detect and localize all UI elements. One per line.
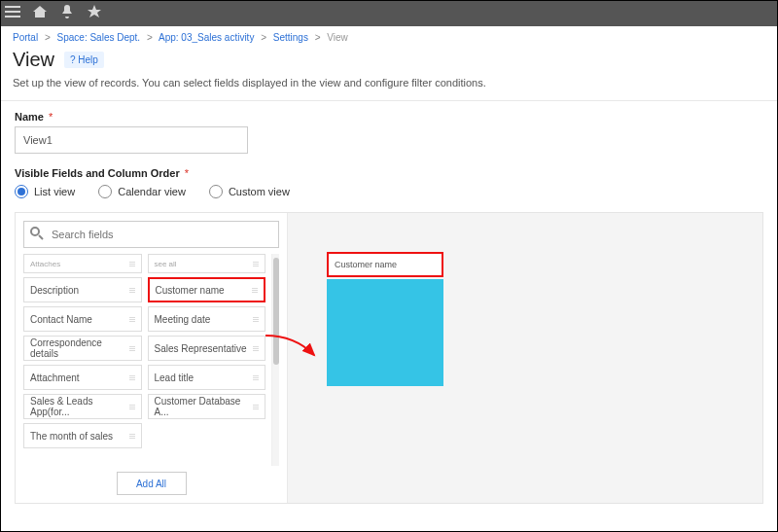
field-label: Lead title: [155, 372, 194, 383]
help-link[interactable]: ? Help: [64, 52, 104, 68]
grip-icon: [252, 288, 258, 293]
breadcrumb-item-0[interactable]: Portal: [13, 32, 38, 43]
source-col-left: Attaches Description Contact Name Corres…: [23, 254, 142, 466]
field-pill[interactable]: Sales Representative: [148, 336, 266, 361]
field-label: Attachment: [30, 372, 80, 383]
name-label: Name *: [15, 111, 763, 123]
hamburger-icon[interactable]: [5, 4, 20, 23]
visible-fields-section: Visible Fields and Column Order * List v…: [1, 158, 777, 202]
bell-icon[interactable]: [59, 4, 75, 23]
grip-icon: [129, 434, 135, 439]
field-label: Description: [30, 285, 79, 296]
home-icon[interactable]: [32, 4, 48, 23]
top-navbar: [1, 1, 777, 26]
grip-icon: [253, 405, 259, 409]
field-label: Sales Representative: [155, 343, 247, 354]
svg-point-3: [31, 228, 39, 235]
field-pill[interactable]: Attaches: [23, 254, 142, 273]
field-label: Customer name: [335, 260, 397, 269]
source-fields-list: Attaches Description Contact Name Corres…: [23, 254, 279, 466]
breadcrumb-item-3[interactable]: Settings: [273, 32, 308, 43]
grip-icon: [129, 375, 135, 380]
field-pill[interactable]: Lead title: [148, 365, 266, 390]
scrollbar-thumb[interactable]: [273, 258, 279, 365]
fields-panel: Attaches Description Contact Name Corres…: [15, 212, 763, 504]
field-label: Meeting date: [155, 314, 211, 325]
source-col-right: see all Customer name Meeting date Sales…: [148, 254, 266, 466]
search-wrap: [23, 221, 279, 248]
field-pill[interactable]: Attachment: [23, 365, 142, 390]
grip-icon: [129, 262, 135, 266]
field-label: Customer name: [156, 285, 225, 296]
scrollbar-track[interactable]: [271, 254, 279, 466]
add-all-button[interactable]: Add All: [117, 472, 187, 495]
field-pill-customer-name[interactable]: Customer name: [148, 277, 266, 302]
field-label: Sales & Leads App(for...: [30, 396, 129, 417]
grip-icon: [129, 288, 135, 293]
page-description: Set up the view of records. You can sele…: [1, 73, 777, 101]
radio-calendar-view[interactable]: Calendar view: [98, 185, 186, 198]
name-input[interactable]: [15, 126, 248, 154]
page-header: View ? Help: [1, 45, 777, 73]
radio-label: List view: [34, 186, 75, 197]
source-fields-column: Attaches Description Contact Name Corres…: [16, 213, 288, 503]
field-pill[interactable]: Sales & Leads App(for...: [23, 394, 142, 419]
name-section: Name *: [1, 101, 777, 158]
radio-dot-icon: [209, 185, 223, 198]
dropped-field-pill[interactable]: Customer name: [327, 252, 443, 277]
grip-icon: [129, 317, 135, 322]
field-pill[interactable]: Correspondence details: [23, 336, 142, 361]
breadcrumb-current: View: [327, 32, 348, 43]
svg-rect-2: [5, 16, 20, 18]
grip-icon: [253, 346, 259, 351]
svg-rect-0: [5, 6, 20, 8]
radio-custom-view[interactable]: Custom view: [209, 185, 290, 198]
breadcrumb-sep: >: [261, 32, 266, 43]
search-input[interactable]: [23, 221, 279, 248]
visible-fields-label: Visible Fields and Column Order *: [15, 167, 763, 179]
breadcrumb-item-2[interactable]: App: 03_Sales activity: [159, 32, 254, 43]
required-mark: *: [49, 111, 53, 123]
grip-icon: [253, 375, 259, 380]
field-label: Correspondence details: [30, 337, 129, 359]
field-label: Contact Name: [30, 314, 92, 325]
page-title: View: [13, 49, 54, 71]
field-label: The month of sales: [30, 431, 113, 442]
field-label: Attaches: [30, 260, 60, 268]
visible-fields-label-text: Visible Fields and Column Order: [15, 167, 180, 179]
required-mark: *: [185, 167, 189, 179]
star-icon[interactable]: [87, 4, 102, 23]
breadcrumb-sep: >: [315, 32, 321, 43]
field-label: Customer Database A...: [155, 396, 254, 417]
radio-dot-icon: [98, 185, 112, 198]
grip-icon: [129, 405, 135, 409]
field-pill[interactable]: Description: [23, 277, 142, 302]
grip-icon: [253, 317, 259, 322]
grip-icon: [253, 262, 259, 266]
view-type-radios: List view Calendar view Custom view: [15, 185, 763, 198]
field-pill[interactable]: The month of sales: [23, 423, 142, 448]
name-label-text: Name: [15, 111, 44, 123]
field-pill[interactable]: Meeting date: [148, 306, 266, 332]
breadcrumb-item-1[interactable]: Space: Sales Dept.: [57, 32, 141, 43]
breadcrumb: Portal > Space: Sales Dept. > App: 03_Sa…: [1, 26, 777, 45]
radio-label: Custom view: [229, 186, 290, 197]
field-pill[interactable]: Contact Name: [23, 306, 142, 332]
field-label: see all: [155, 260, 177, 268]
radio-list-view[interactable]: List view: [15, 185, 75, 198]
radio-label: Calendar view: [118, 186, 186, 197]
grip-icon: [129, 346, 135, 351]
radio-dot-icon: [15, 185, 28, 198]
svg-rect-1: [5, 11, 20, 13]
breadcrumb-sep: >: [147, 32, 153, 43]
search-icon: [29, 226, 45, 245]
drop-placeholder: [327, 279, 443, 386]
svg-line-4: [39, 235, 43, 239]
field-pill[interactable]: see all: [148, 254, 266, 273]
breadcrumb-sep: >: [45, 32, 51, 43]
selected-fields-column[interactable]: Customer name: [288, 213, 762, 503]
field-pill[interactable]: Customer Database A...: [148, 394, 266, 419]
